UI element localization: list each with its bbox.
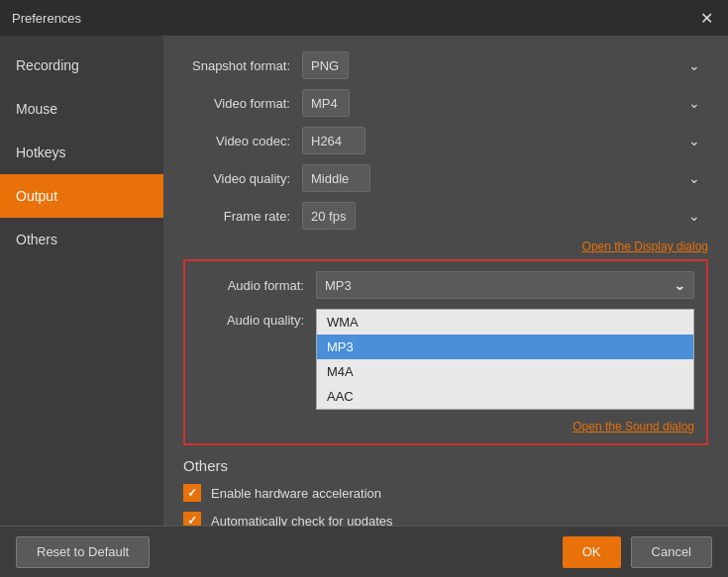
video-codec-label: Video codec: (183, 134, 302, 148)
checkbox-row-updates: Automatically check for updates (183, 512, 708, 526)
snapshot-format-select-wrapper: PNG JPG BMP (302, 51, 708, 79)
audio-quality-label: Audio quality: (197, 309, 316, 328)
others-section: Others Enable hardware acceleration Auto… (183, 457, 708, 526)
footer-right: OK Cancel (563, 536, 712, 568)
audio-format-row: Audio format: MP3 ⌄ (197, 271, 694, 299)
frame-rate-select-wrapper: 10 fps 15 fps 20 fps 25 fps 30 fps 60 fp… (302, 202, 708, 230)
snapshot-format-label: Snapshot format: (183, 58, 302, 73)
audio-quality-option-mp3[interactable]: MP3 (317, 335, 693, 359)
audio-quality-dropdown[interactable]: WMA MP3 M4A AAC (316, 309, 694, 410)
open-display-dialog-link[interactable]: Open the Display dialog (183, 240, 708, 253)
audio-quality-option-m4a[interactable]: M4A (317, 359, 693, 384)
ok-button[interactable]: OK (563, 536, 621, 568)
video-codec-select[interactable]: H264 H265 MPEG4 (302, 127, 365, 154)
footer: Reset to Default OK Cancel (0, 526, 728, 577)
audio-format-label: Audio format: (197, 278, 316, 293)
audio-quality-option-wma[interactable]: WMA (317, 310, 693, 335)
sidebar: Recording Mouse Hotkeys Output Others (0, 36, 163, 526)
video-codec-row: Video codec: H264 H265 MPEG4 (183, 127, 708, 154)
title-bar: Preferences ✕ (0, 0, 728, 36)
audio-quality-row: Audio quality: WMA MP3 M4A AAC (197, 309, 694, 410)
sidebar-item-recording[interactable]: Recording (0, 44, 163, 87)
video-quality-row: Video quality: Low Middle High Lossless (183, 164, 708, 192)
checkbox-hardware[interactable] (183, 484, 201, 502)
video-format-select[interactable]: MP4 AVI MOV FLV (302, 89, 350, 117)
audio-format-select-wrapper: MP3 ⌄ (316, 271, 694, 299)
preferences-dialog: Preferences ✕ Recording Mouse Hotkeys Ou… (0, 0, 728, 577)
video-quality-select[interactable]: Low Middle High Lossless (302, 164, 370, 192)
audio-format-chevron-icon: ⌄ (674, 277, 685, 293)
frame-rate-select[interactable]: 10 fps 15 fps 20 fps 25 fps 30 fps 60 fp… (302, 202, 356, 230)
video-format-row: Video format: MP4 AVI MOV FLV (183, 89, 708, 117)
audio-quality-option-aac[interactable]: AAC (317, 384, 693, 409)
checkbox-updates-label: Automatically check for updates (211, 514, 393, 527)
close-button[interactable]: ✕ (696, 8, 716, 28)
checkbox-hardware-label: Enable hardware acceleration (211, 486, 381, 501)
open-sound-dialog-link[interactable]: Open the Sound dialog (197, 420, 694, 433)
dialog-body: Recording Mouse Hotkeys Output Others Sn… (0, 36, 728, 526)
sidebar-item-mouse[interactable]: Mouse (0, 87, 163, 131)
video-codec-select-wrapper: H264 H265 MPEG4 (302, 127, 708, 154)
snapshot-format-row: Snapshot format: PNG JPG BMP (183, 51, 708, 79)
checkbox-row-hardware: Enable hardware acceleration (183, 484, 708, 502)
audio-quality-dropdown-container: WMA MP3 M4A AAC (316, 309, 694, 410)
dialog-title: Preferences (12, 11, 81, 26)
video-format-label: Video format: (183, 96, 302, 111)
video-format-select-wrapper: MP4 AVI MOV FLV (302, 89, 708, 117)
checkbox-updates[interactable] (183, 512, 201, 526)
cancel-button[interactable]: Cancel (631, 536, 712, 568)
frame-rate-row: Frame rate: 10 fps 15 fps 20 fps 25 fps … (183, 202, 708, 230)
video-quality-label: Video quality: (183, 171, 302, 186)
audio-section: Audio format: MP3 ⌄ Audio quality: WMA (183, 259, 708, 445)
reset-button[interactable]: Reset to Default (16, 536, 150, 568)
sidebar-item-output[interactable]: Output (0, 174, 163, 218)
audio-format-display[interactable]: MP3 ⌄ (316, 271, 694, 299)
content-area: Snapshot format: PNG JPG BMP Video forma… (163, 36, 728, 526)
frame-rate-label: Frame rate: (183, 209, 302, 224)
video-quality-select-wrapper: Low Middle High Lossless (302, 164, 708, 192)
sidebar-item-others[interactable]: Others (0, 218, 163, 261)
snapshot-format-select[interactable]: PNG JPG BMP (302, 51, 349, 79)
audio-format-value: MP3 (325, 278, 352, 293)
sidebar-item-hotkeys[interactable]: Hotkeys (0, 131, 163, 174)
others-section-title: Others (183, 457, 708, 474)
